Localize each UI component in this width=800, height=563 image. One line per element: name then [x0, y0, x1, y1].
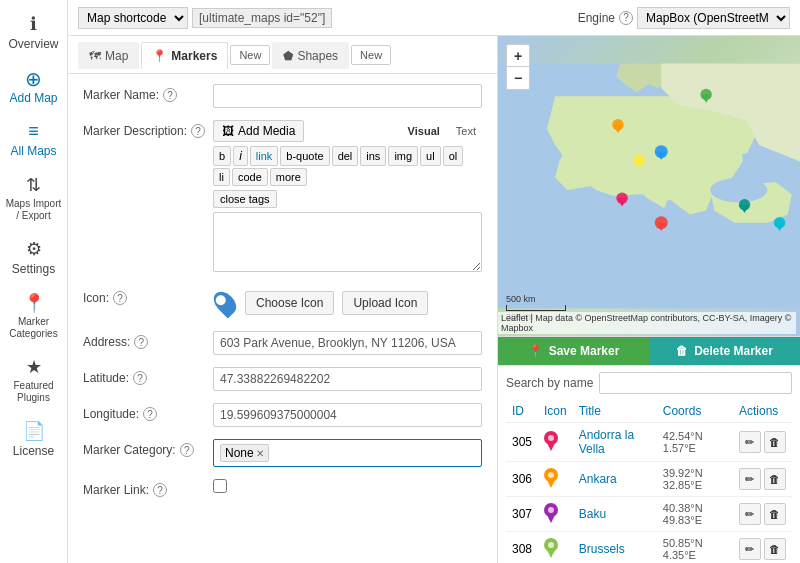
- fmt-code[interactable]: code: [232, 168, 268, 186]
- upload-icon-button[interactable]: Upload Icon: [342, 291, 428, 315]
- sidebar-item-settings[interactable]: ⚙ Settings: [0, 230, 67, 284]
- sidebar-item-license[interactable]: 📄 License: [0, 412, 67, 466]
- sidebar-item-overview-label: Overview: [8, 37, 58, 51]
- description-editor[interactable]: [213, 212, 482, 272]
- zoom-in-button[interactable]: +: [507, 45, 529, 67]
- fmt-img[interactable]: img: [388, 146, 418, 166]
- edit-button[interactable]: ✏: [739, 431, 761, 453]
- category-tag-remove[interactable]: ✕: [256, 448, 264, 459]
- fmt-li[interactable]: li: [213, 168, 230, 186]
- tab-map[interactable]: 🗺 Map: [78, 42, 139, 69]
- fmt-more[interactable]: more: [270, 168, 307, 186]
- save-marker-button[interactable]: 📍 Save Marker: [498, 337, 649, 365]
- latitude-help-icon[interactable]: ?: [133, 371, 147, 385]
- close-tags-button[interactable]: close tags: [213, 190, 277, 208]
- shapes-new-button[interactable]: New: [351, 45, 391, 65]
- tab-markers[interactable]: 📍 Markers: [141, 42, 228, 69]
- search-input[interactable]: [599, 372, 792, 394]
- fmt-ul[interactable]: ul: [420, 146, 441, 166]
- row-title-link[interactable]: Andorra la Vella: [579, 428, 634, 456]
- delete-button[interactable]: 🗑: [764, 468, 786, 490]
- delete-trash-icon: 🗑: [676, 344, 688, 358]
- search-row: Search by name: [506, 372, 792, 394]
- row-icon: [538, 532, 573, 564]
- search-label: Search by name: [506, 376, 593, 390]
- sidebar-item-license-label: License: [13, 444, 54, 458]
- marker-name-input[interactable]: [213, 84, 482, 108]
- table-area: Search by name ID Icon Title Coords Acti…: [498, 366, 800, 563]
- svg-point-39: [548, 542, 554, 548]
- sidebar-item-all-maps[interactable]: ≡ All Maps: [0, 113, 67, 166]
- svg-marker-35: [546, 513, 556, 523]
- marker-desc-help-icon[interactable]: ?: [191, 124, 205, 138]
- engine-select[interactable]: MapBox (OpenStreetM: [637, 7, 790, 29]
- fmt-bold[interactable]: b: [213, 146, 231, 166]
- license-icon: 📄: [23, 420, 45, 442]
- marker-name-label: Marker Name: ?: [83, 84, 213, 102]
- fmt-link[interactable]: link: [250, 146, 279, 166]
- marker-link-label: Marker Link: ?: [83, 479, 213, 497]
- latitude-input[interactable]: [213, 367, 482, 391]
- category-tag-none: None ✕: [220, 444, 269, 462]
- map-tab-icon: 🗺: [89, 49, 101, 63]
- delete-button[interactable]: 🗑: [764, 503, 786, 525]
- text-tab[interactable]: Text: [450, 123, 482, 139]
- fmt-del[interactable]: del: [332, 146, 359, 166]
- sidebar-item-add-map[interactable]: ⊕ Add Map: [5, 59, 61, 113]
- sidebar-item-import-export[interactable]: ⇅ Maps Import / Export: [0, 166, 67, 230]
- marker-name-help-icon[interactable]: ?: [163, 88, 177, 102]
- tab-map-label: Map: [105, 49, 128, 63]
- top-bar: Map shortcode [ultimate_maps id="52"] En…: [68, 0, 800, 36]
- scale-500km: 500 km: [506, 294, 566, 304]
- row-title: Andorra la Vella: [573, 423, 657, 462]
- markers-new-button[interactable]: New: [230, 45, 270, 65]
- longitude-input[interactable]: [213, 403, 482, 427]
- row-title-link[interactable]: Baku: [579, 507, 606, 521]
- address-field: [213, 331, 482, 355]
- fmt-ins[interactable]: ins: [360, 146, 386, 166]
- sidebar: ℹ Overview ⊕ Add Map ≡ All Maps ⇅ Maps I…: [0, 0, 68, 563]
- engine-help-icon[interactable]: ?: [619, 11, 633, 25]
- marker-category-label: Marker Category: ?: [83, 439, 213, 457]
- choose-icon-button[interactable]: Choose Icon: [245, 291, 334, 315]
- delete-button[interactable]: 🗑: [764, 431, 786, 453]
- sidebar-item-marker-categories[interactable]: 📍 Marker Categories: [0, 284, 67, 348]
- add-media-button[interactable]: 🖼 Add Media: [213, 120, 304, 142]
- row-coords: 40.38°N 49.83°E: [657, 497, 733, 532]
- featured-plugins-icon: ★: [26, 356, 42, 378]
- longitude-help-icon[interactable]: ?: [143, 407, 157, 421]
- map-shortcode-select[interactable]: Map shortcode: [78, 7, 188, 29]
- sidebar-item-settings-label: Settings: [12, 262, 55, 276]
- fmt-italic[interactable]: i: [233, 146, 248, 166]
- longitude-label: Longitude: ?: [83, 403, 213, 421]
- tab-shapes[interactable]: ⬟ Shapes: [272, 42, 349, 69]
- marker-link-help-icon[interactable]: ?: [153, 483, 167, 497]
- delete-button[interactable]: 🗑: [764, 538, 786, 560]
- marker-description-row: Marker Description: ? 🖼 Add Media Visual: [83, 120, 482, 275]
- marker-cat-help-icon[interactable]: ?: [180, 443, 194, 457]
- marker-link-checkbox[interactable]: [213, 479, 227, 493]
- add-media-label: Add Media: [238, 124, 295, 138]
- marker-category-tag-input[interactable]: None ✕: [213, 439, 482, 467]
- table-row: 307 Baku 40.38°N 49.83°E ✏ 🗑: [506, 497, 792, 532]
- fmt-bquote[interactable]: b-quote: [280, 146, 329, 166]
- sidebar-item-featured-plugins[interactable]: ★ Featured Plugins: [0, 348, 67, 412]
- col-title: Title: [573, 400, 657, 423]
- sidebar-item-overview[interactable]: ℹ Overview: [0, 5, 67, 59]
- fmt-ol[interactable]: ol: [443, 146, 464, 166]
- icon-help-icon[interactable]: ?: [113, 291, 127, 305]
- edit-button[interactable]: ✏: [739, 503, 761, 525]
- address-help-icon[interactable]: ?: [134, 335, 148, 349]
- icon-preview: [213, 287, 237, 319]
- edit-button[interactable]: ✏: [739, 538, 761, 560]
- zoom-out-button[interactable]: −: [507, 67, 529, 89]
- svg-marker-29: [546, 441, 556, 451]
- delete-marker-button[interactable]: 🗑 Delete Marker: [649, 337, 800, 365]
- visual-tab[interactable]: Visual: [402, 123, 446, 139]
- address-input[interactable]: [213, 331, 482, 355]
- row-title-link[interactable]: Brussels: [579, 542, 625, 556]
- edit-button[interactable]: ✏: [739, 468, 761, 490]
- right-panel: + − 500 km 300 mi Leaflet | Map data © O…: [498, 36, 800, 563]
- marker-name-row: Marker Name: ?: [83, 84, 482, 108]
- row-title-link[interactable]: Ankara: [579, 472, 617, 486]
